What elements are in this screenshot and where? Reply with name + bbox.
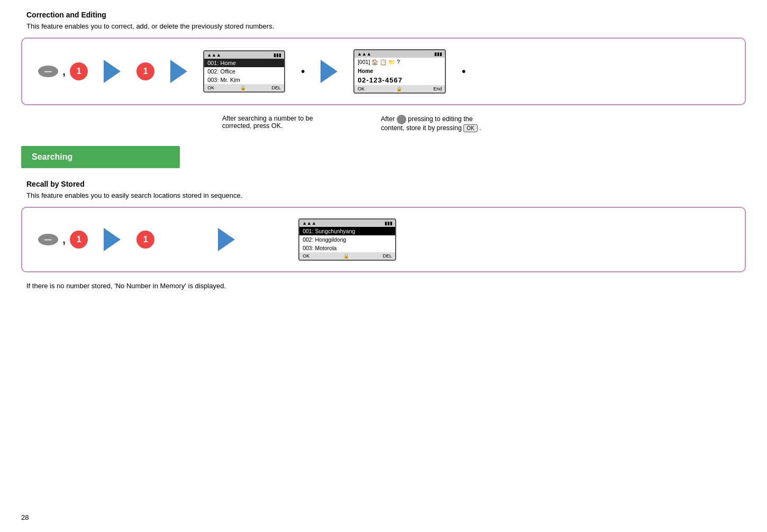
screen3-row3: 003: Motorola xyxy=(299,244,395,252)
screen2-lock-icon: 🔒 xyxy=(396,86,402,91)
arrow-3 xyxy=(321,60,337,83)
screen1-del: DEL xyxy=(272,85,281,90)
dot-separator-2: • xyxy=(462,66,465,78)
phone-minus-icon xyxy=(38,66,58,77)
ok-button-caption: OK xyxy=(463,124,477,132)
minus-icon-caption xyxy=(397,115,406,124)
num-circle-1b: 1 xyxy=(136,62,154,80)
num-circle-2a: 1 xyxy=(70,231,88,249)
comma-separator: , xyxy=(62,65,66,78)
screen2-signal: ▲▲▲ xyxy=(357,51,371,57)
screen2-number: 02-123-4567 xyxy=(358,76,403,84)
correction-heading: Correction and Editing This feature enab… xyxy=(21,11,746,30)
screen2-label-row: Home xyxy=(354,67,445,75)
screen3-footer: OK 🔒 DEL xyxy=(299,252,395,260)
screen1-footer: OK 🔒 DEL xyxy=(204,84,284,91)
screen2-number-row: 02-123-4567 xyxy=(354,75,445,85)
phone-screen-2: ▲▲▲ ▮▮▮ [001] 🏠 📋 📁 ? Home 02-123-4567 O… xyxy=(353,49,446,94)
screen2-icons: 🏠 📋 📁 ? xyxy=(371,59,400,65)
screen3-row2: 002: Honggildong xyxy=(299,235,395,244)
num-circle-1a: 1 xyxy=(70,62,88,80)
screen3-row1: 001: Sungchunhyang xyxy=(299,227,395,235)
screen3-lock-icon: 🔒 xyxy=(343,253,349,259)
screen1-row1: 001: Home xyxy=(204,59,284,67)
screen3-del: DEL xyxy=(383,253,392,259)
num-circle-2b: 1 xyxy=(136,231,154,249)
arrow-5 xyxy=(218,228,235,251)
screen2-label: Home xyxy=(358,68,373,74)
phone-minus-icon-2 xyxy=(38,234,58,245)
screen3-battery: ▮▮▮ xyxy=(385,221,392,226)
screen2-ok: OK xyxy=(358,86,364,91)
screen3-signal: ▲▲▲ xyxy=(302,221,316,226)
recall-section: Recall by Stored This feature enables yo… xyxy=(21,180,746,199)
caption-1: After searching a number to be corrected… xyxy=(222,115,339,132)
screen2-ref-row: [001] 🏠 📋 📁 ? xyxy=(354,58,445,67)
page-number: 28 xyxy=(21,513,29,521)
screen2-footer: OK 🔒 End xyxy=(354,85,445,93)
screen1-row3: 003: Mr. Kim xyxy=(204,76,284,84)
caption-area: After searching a number to be corrected… xyxy=(222,115,746,132)
screen1-row2: 002: Office xyxy=(204,67,284,76)
searching-banner: Searching xyxy=(21,146,180,168)
screen2-status: ▲▲▲ ▮▮▮ xyxy=(354,50,445,58)
no-number-note: If there is no number stored, 'No Number… xyxy=(26,282,746,290)
screen2-battery: ▮▮▮ xyxy=(434,51,442,57)
correction-diagram-box: , 1 1 ▲▲▲ ▮▮▮ 001: Home 002: Office 003:… xyxy=(21,38,746,105)
screen3-status: ▲▲▲ ▮▮▮ xyxy=(299,219,395,227)
caption-2: After pressing to editing the content, s… xyxy=(381,115,497,132)
step2-phone-icon-group: , 1 xyxy=(38,231,88,249)
screen1-status: ▲▲▲ ▮▮▮ xyxy=(204,51,284,59)
screen2-ref: [001] xyxy=(358,59,370,65)
screen1-battery: ▮▮▮ xyxy=(273,52,281,58)
arrow-2 xyxy=(170,60,187,83)
arrow-1 xyxy=(104,60,121,83)
screen1-signal: ▲▲▲ xyxy=(207,52,221,58)
searching-diagram-box: , 1 1 ▲▲▲ ▮▮▮ 001: Sungchunhyang 002: Ho… xyxy=(21,207,746,272)
phone-screen-3: ▲▲▲ ▮▮▮ 001: Sungchunhyang 002: Honggild… xyxy=(298,218,396,261)
arrow-4 xyxy=(104,228,121,251)
step-phone-icon-group: , 1 xyxy=(38,62,88,80)
comma-separator-2: , xyxy=(62,233,66,246)
screen2-end: End xyxy=(433,86,442,91)
phone-screen-1: ▲▲▲ ▮▮▮ 001: Home 002: Office 003: Mr. K… xyxy=(203,50,285,93)
screen1-lock-icon: 🔒 xyxy=(240,85,246,90)
dot-separator-1: • xyxy=(301,66,305,78)
screen1-ok: OK xyxy=(207,85,214,90)
screen3-ok: OK xyxy=(303,253,309,259)
